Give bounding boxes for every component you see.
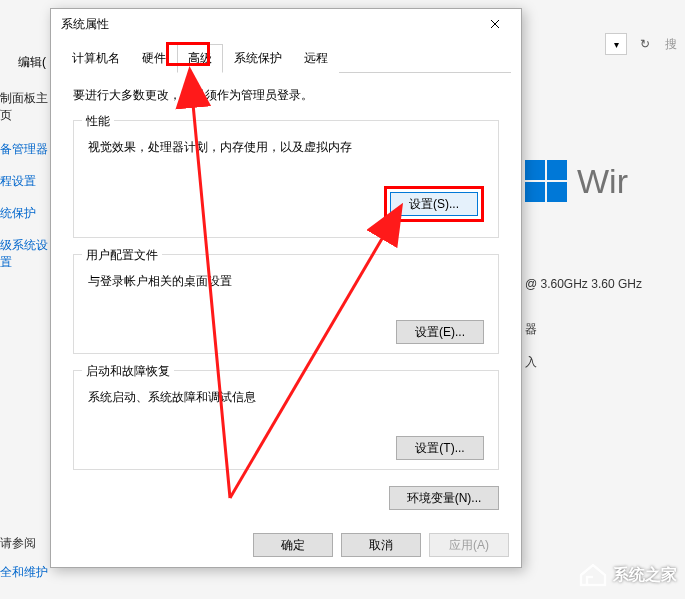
user-profiles-group: 用户配置文件 与登录帐户相关的桌面设置 设置(E)... bbox=[73, 254, 499, 354]
user-profiles-group-desc: 与登录帐户相关的桌面设置 bbox=[88, 273, 484, 290]
tab-computer-name[interactable]: 计算机名 bbox=[61, 44, 131, 73]
system-properties-dialog: 系统属性 计算机名 硬件 高级 系统保护 远程 要进行大多数更改，你必须作为管理… bbox=[50, 8, 522, 568]
ok-button[interactable]: 确定 bbox=[253, 533, 333, 557]
environment-variables-button[interactable]: 环境变量(N)... bbox=[389, 486, 499, 510]
security-maintenance-link[interactable]: 全和维护 bbox=[0, 564, 50, 581]
windows-brand-text: Wir bbox=[577, 162, 628, 201]
user-profiles-settings-button[interactable]: 设置(E)... bbox=[396, 320, 484, 344]
edit-menu-label[interactable]: 编辑( bbox=[18, 54, 46, 71]
watermark: 系统之家 bbox=[579, 563, 677, 587]
close-button[interactable] bbox=[475, 10, 515, 38]
startup-recovery-settings-button[interactable]: 设置(T)... bbox=[396, 436, 484, 460]
addressbar-dropdown-icon[interactable]: ▾ bbox=[605, 33, 627, 55]
performance-group-title: 性能 bbox=[82, 113, 114, 130]
startup-recovery-group-desc: 系统启动、系统故障和调试信息 bbox=[88, 389, 484, 406]
startup-recovery-group: 启动和故障恢复 系统启动、系统故障和调试信息 设置(T)... bbox=[73, 370, 499, 470]
tab-system-protection[interactable]: 系统保护 bbox=[223, 44, 293, 73]
tab-advanced[interactable]: 高级 bbox=[177, 44, 223, 73]
tab-hardware[interactable]: 硬件 bbox=[131, 44, 177, 73]
startup-recovery-group-title: 启动和故障恢复 bbox=[82, 363, 174, 380]
windows-logo-icon bbox=[525, 160, 567, 202]
performance-settings-highlight: 设置(S)... bbox=[384, 186, 484, 222]
admin-note-text: 要进行大多数更改，你必须作为管理员登录。 bbox=[73, 87, 499, 104]
user-profiles-group-title: 用户配置文件 bbox=[82, 247, 162, 264]
refresh-icon[interactable]: ↻ bbox=[633, 32, 657, 56]
tab-remote[interactable]: 远程 bbox=[293, 44, 339, 73]
search-placeholder: 搜 bbox=[665, 36, 677, 53]
watermark-house-icon bbox=[579, 563, 607, 587]
performance-settings-button[interactable]: 设置(S)... bbox=[390, 192, 478, 216]
close-icon bbox=[490, 19, 500, 29]
sidebar-item-advanced-system-settings[interactable]: 级系统设置 bbox=[0, 237, 50, 271]
tab-strip: 计算机名 硬件 高级 系统保护 远程 bbox=[61, 39, 511, 73]
performance-group: 性能 视觉效果，处理器计划，内存使用，以及虚拟内存 设置(S)... bbox=[73, 120, 499, 238]
spec-label-1: 器 bbox=[525, 321, 685, 338]
cpu-spec-text: @ 3.60GHz 3.60 GHz bbox=[525, 277, 685, 291]
sidebar-item-system-protection[interactable]: 统保护 bbox=[0, 205, 50, 222]
watermark-text: 系统之家 bbox=[613, 565, 677, 586]
dialog-title: 系统属性 bbox=[61, 16, 475, 33]
cancel-button[interactable]: 取消 bbox=[341, 533, 421, 557]
sidebar-item-device-manager[interactable]: 备管理器 bbox=[0, 141, 50, 158]
sidebar-item-control-panel-home[interactable]: 制面板主页 bbox=[0, 88, 50, 126]
apply-button: 应用(A) bbox=[429, 533, 509, 557]
performance-group-desc: 视觉效果，处理器计划，内存使用，以及虚拟内存 bbox=[88, 139, 484, 156]
sidebar-item-remote-settings[interactable]: 程设置 bbox=[0, 173, 50, 190]
see-also-label: 请参阅 bbox=[0, 535, 50, 552]
spec-label-2: 入 bbox=[525, 354, 685, 371]
dialog-titlebar[interactable]: 系统属性 bbox=[51, 9, 521, 39]
